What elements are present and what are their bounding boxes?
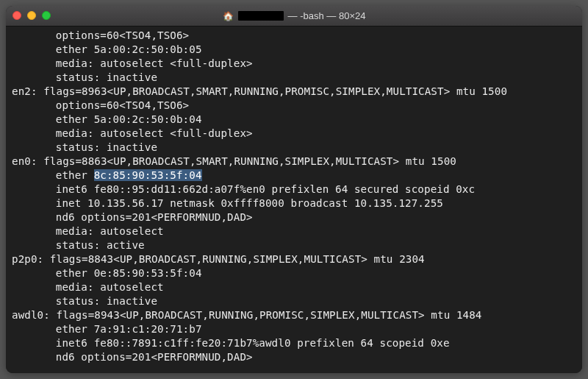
terminal-line: inet 10.135.56.17 netmask 0xffff8000 bro… <box>12 196 576 210</box>
terminal-line: media: autoselect <full-duplex> <box>12 57 576 71</box>
zoom-button[interactable] <box>42 11 51 20</box>
terminal-line: ether 7a:91:c1:20:71:b7 <box>12 322 576 336</box>
terminal-line: status: inactive <box>12 294 576 308</box>
home-icon: 🏠 <box>223 11 234 21</box>
terminal-line: media: autoselect <full-duplex> <box>12 127 576 141</box>
title-text: — -bash — 80×24 <box>288 10 366 21</box>
minimize-button[interactable] <box>27 11 36 20</box>
terminal-line: options=60<TSO4,TSO6> <box>12 29 576 43</box>
terminal-line: p2p0: flags=8843<UP,BROADCAST,RUNNING,SI… <box>12 252 576 266</box>
terminal-line: awdl0: flags=8943<UP,BROADCAST,RUNNING,P… <box>12 308 576 322</box>
terminal-line: media: autoselect <box>12 280 576 294</box>
terminal-line: ether 0e:85:90:53:5f:04 <box>12 266 576 280</box>
terminal-line: nd6 options=201<PERFORMNUD,DAD> <box>12 210 576 224</box>
terminal-line: media: autoselect <box>12 224 576 238</box>
terminal-window: 🏠 — -bash — 80×24 options=60<TSO4,TSO6>e… <box>6 6 582 373</box>
terminal-line: ether 8c:85:90:53:5f:04 <box>12 169 576 183</box>
terminal-line: status: inactive <box>12 71 576 85</box>
terminal-line: status: active <box>12 238 576 252</box>
terminal-line: inet6 fe80::95:dd11:662d:a07f%en0 prefix… <box>12 183 576 196</box>
terminal-line: en2: flags=8963<UP,BROADCAST,SMART,RUNNI… <box>12 85 576 99</box>
window-title: 🏠 — -bash — 80×24 <box>223 10 366 21</box>
redacted-user <box>238 11 284 21</box>
terminal-line: en0: flags=8863<UP,BROADCAST,SMART,RUNNI… <box>12 155 576 169</box>
selection: 8c:85:90:53:5f:04 <box>94 169 202 181</box>
traffic-lights <box>12 11 51 20</box>
close-button[interactable] <box>12 11 21 20</box>
terminal-line: ether 5a:00:2c:50:0b:04 <box>12 113 576 127</box>
title-bar: 🏠 — -bash — 80×24 <box>6 6 582 26</box>
terminal-output[interactable]: options=60<TSO4,TSO6>ether 5a:00:2c:50:0… <box>6 26 582 373</box>
terminal-line: inet6 fe80::7891:c1ff:fe20:71b7%awdl0 pr… <box>12 336 576 350</box>
terminal-line: options=60<TSO4,TSO6> <box>12 99 576 113</box>
terminal-line: nd6 options=201<PERFORMNUD,DAD> <box>12 350 576 364</box>
terminal-line: ether 5a:00:2c:50:0b:05 <box>12 43 576 57</box>
terminal-line: status: inactive <box>12 141 576 155</box>
